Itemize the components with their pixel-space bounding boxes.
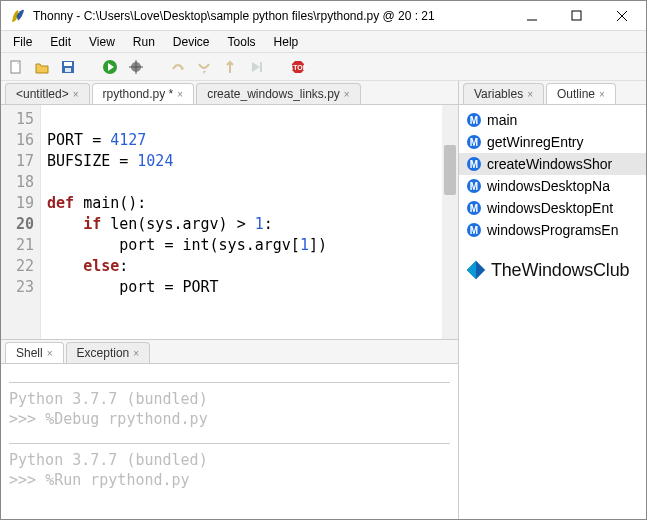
method-icon: M (467, 135, 481, 149)
close-icon[interactable]: × (599, 89, 605, 100)
menu-device[interactable]: Device (165, 33, 218, 51)
line-number: 18 (1, 172, 34, 193)
run-icon[interactable] (101, 58, 119, 76)
tab-label: create_windows_links.py (207, 87, 340, 101)
tab-outline[interactable]: Outline × (546, 83, 616, 104)
save-icon[interactable] (59, 58, 77, 76)
close-button[interactable] (599, 2, 644, 30)
code-line[interactable]: PORT = 4127 (47, 130, 436, 151)
code-line[interactable]: else: (47, 256, 436, 277)
code-line[interactable]: BUFSIZE = 1024 (47, 151, 436, 172)
shell-banner: Python 3.7.7 (bundled) (9, 450, 450, 470)
svg-rect-1 (572, 11, 581, 20)
shell-tabs: Shell × Exception × (1, 340, 458, 364)
outline-item[interactable]: Mmain (459, 109, 646, 131)
maximize-button[interactable] (554, 2, 599, 30)
svg-text:STOP: STOP (290, 64, 306, 71)
method-icon: M (467, 223, 481, 237)
tab-shell[interactable]: Shell × (5, 342, 64, 363)
outline-panel: MmainMgetWinregEntryMcreateWindowsShorMw… (459, 105, 646, 519)
close-icon[interactable]: × (47, 348, 53, 359)
line-number: 15 (1, 109, 34, 130)
close-icon[interactable]: × (133, 348, 139, 359)
right-panel-tabs: Variables × Outline × (459, 81, 646, 105)
watermark-text: TheWindowsClub (491, 260, 629, 281)
menu-bar: File Edit View Run Device Tools Help (1, 31, 646, 53)
resume-icon[interactable] (247, 58, 265, 76)
watermark: TheWindowsClub (459, 241, 646, 299)
close-icon[interactable]: × (527, 89, 533, 100)
toolbar: STOP (1, 53, 646, 81)
outline-item[interactable]: McreateWindowsShor (459, 153, 646, 175)
outline-item-label: windowsDesktopEnt (487, 200, 613, 216)
tab-untitled[interactable]: <untitled> × (5, 83, 90, 104)
editor-tabs: <untitled> × rpythond.py * × create_wind… (1, 81, 458, 105)
tab-label: Variables (474, 87, 523, 101)
window-title: Thonny - C:\Users\Love\Desktop\sample py… (33, 9, 509, 23)
title-bar: Thonny - C:\Users\Love\Desktop\sample py… (1, 1, 646, 31)
code-line[interactable]: port = int(sys.argv[1]) (47, 235, 436, 256)
method-icon: M (467, 157, 481, 171)
tab-label: Outline (557, 87, 595, 101)
shell-output[interactable]: Python 3.7.7 (bundled)>>> %Debug rpython… (1, 364, 458, 519)
tab-rpythond[interactable]: rpythond.py * × (92, 83, 195, 104)
code-line[interactable] (47, 172, 436, 193)
outline-item[interactable]: MgetWinregEntry (459, 131, 646, 153)
code-editor[interactable]: 151617181920212223 PORT = 4127BUFSIZE = … (1, 105, 458, 339)
code-line[interactable]: port = PORT (47, 277, 436, 298)
code-area[interactable]: PORT = 4127BUFSIZE = 1024 def main(): if… (41, 105, 442, 339)
line-number: 21 (1, 235, 34, 256)
menu-view[interactable]: View (81, 33, 123, 51)
outline-item-label: windowsProgramsEn (487, 222, 619, 238)
open-folder-icon[interactable] (33, 58, 51, 76)
stop-icon[interactable]: STOP (289, 58, 307, 76)
close-icon[interactable]: × (177, 89, 183, 100)
line-gutter: 151617181920212223 (1, 105, 41, 339)
method-icon: M (467, 201, 481, 215)
editor-scrollbar[interactable] (442, 105, 458, 339)
svg-rect-6 (64, 62, 72, 66)
app-icon (9, 7, 27, 25)
outline-item-label: main (487, 112, 517, 128)
tab-label: rpythond.py * (103, 87, 174, 101)
close-icon[interactable]: × (344, 89, 350, 100)
outline-item-label: getWinregEntry (487, 134, 583, 150)
new-file-icon[interactable] (7, 58, 25, 76)
step-out-icon[interactable] (221, 58, 239, 76)
shell-line[interactable]: >>> %Debug rpythond.py (9, 409, 450, 429)
line-number: 16 (1, 130, 34, 151)
svg-rect-12 (260, 62, 262, 72)
shell-line[interactable]: >>> %Run rpythond.py (9, 470, 450, 490)
line-number: 20 (1, 214, 34, 235)
svg-rect-7 (65, 68, 71, 72)
shell-banner: Python 3.7.7 (bundled) (9, 389, 450, 409)
tab-label: Shell (16, 346, 43, 360)
outline-item[interactable]: MwindowsDesktopEnt (459, 197, 646, 219)
tab-label: Exception (77, 346, 130, 360)
step-over-icon[interactable] (169, 58, 187, 76)
outline-item[interactable]: MwindowsDesktopNa (459, 175, 646, 197)
tab-label: <untitled> (16, 87, 69, 101)
tab-create-windows-links[interactable]: create_windows_links.py × (196, 83, 361, 104)
method-icon: M (467, 113, 481, 127)
code-line[interactable]: def main(): (47, 193, 436, 214)
outline-item[interactable]: MwindowsProgramsEn (459, 219, 646, 241)
line-number: 19 (1, 193, 34, 214)
tab-exception[interactable]: Exception × (66, 342, 151, 363)
outline-item-label: windowsDesktopNa (487, 178, 610, 194)
code-line[interactable]: if len(sys.argv) > 1: (47, 214, 436, 235)
outline-item-label: createWindowsShor (487, 156, 612, 172)
menu-file[interactable]: File (5, 33, 40, 51)
line-number: 17 (1, 151, 34, 172)
menu-help[interactable]: Help (266, 33, 307, 51)
close-icon[interactable]: × (73, 89, 79, 100)
debug-icon[interactable] (127, 58, 145, 76)
minimize-button[interactable] (509, 2, 554, 30)
menu-run[interactable]: Run (125, 33, 163, 51)
line-number: 23 (1, 277, 34, 298)
step-into-icon[interactable] (195, 58, 213, 76)
menu-tools[interactable]: Tools (220, 33, 264, 51)
code-line[interactable] (47, 109, 436, 130)
tab-variables[interactable]: Variables × (463, 83, 544, 104)
menu-edit[interactable]: Edit (42, 33, 79, 51)
